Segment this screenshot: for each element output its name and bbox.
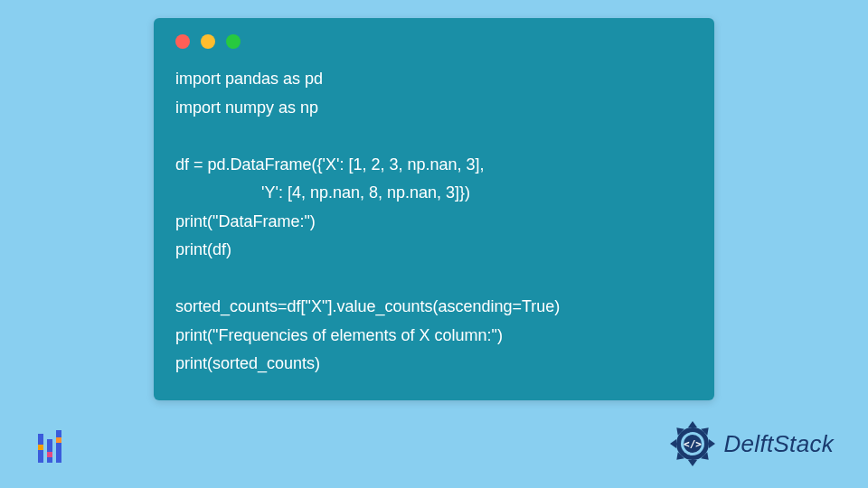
window-controls	[175, 34, 693, 49]
brand-name: DelftStack	[724, 430, 835, 458]
minimize-icon	[201, 34, 215, 49]
zoom-icon	[226, 34, 241, 49]
brand: </> DelftStack	[668, 419, 835, 468]
code-card: import pandas as pd import numpy as np d…	[154, 18, 714, 400]
code-block: import pandas as pd import numpy as np d…	[175, 65, 693, 379]
brand-gear-icon: </>	[668, 419, 717, 468]
svg-rect-4	[47, 452, 52, 457]
partner-logo-icon	[33, 428, 72, 468]
svg-rect-3	[38, 445, 43, 450]
svg-rect-2	[56, 430, 61, 463]
svg-rect-1	[47, 439, 52, 463]
close-icon	[175, 34, 190, 49]
svg-marker-10	[688, 460, 697, 466]
svg-marker-6	[688, 421, 697, 427]
svg-marker-12	[670, 439, 676, 448]
svg-rect-5	[56, 437, 61, 443]
svg-text:</>: </>	[684, 438, 702, 450]
svg-marker-8	[709, 439, 715, 448]
